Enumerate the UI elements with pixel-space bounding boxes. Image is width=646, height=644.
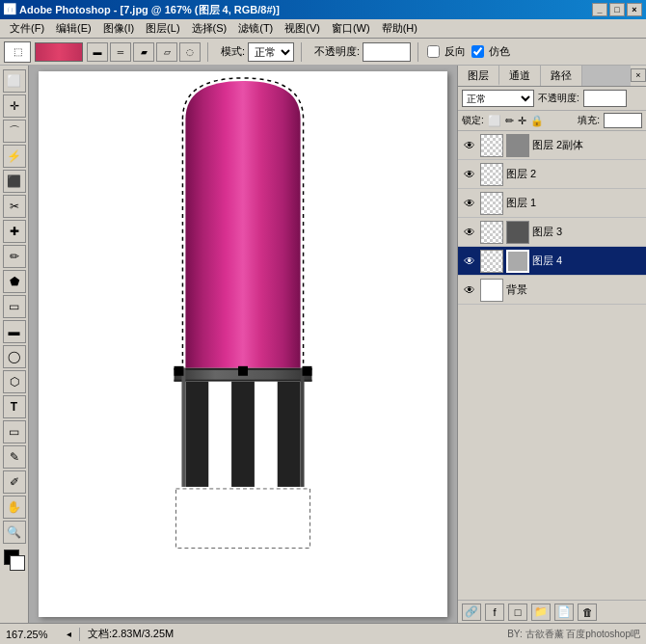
blend-mode-select[interactable]: 正常 xyxy=(462,90,534,107)
tool-marquee[interactable]: ⬜ xyxy=(3,69,26,93)
zoom-nav-left[interactable]: ◂ xyxy=(67,629,71,639)
layer-visibility-0[interactable]: 👁 xyxy=(462,138,477,153)
dither-label: 仿色 xyxy=(489,44,510,59)
layer-row-3[interactable]: 👁 图层 3 xyxy=(458,218,646,247)
layers-group-btn[interactable]: 📁 xyxy=(531,604,551,621)
layer-name-4: 图层 4 xyxy=(532,254,642,268)
divider-2 xyxy=(301,42,302,62)
layer-name-2: 图层 1 xyxy=(506,196,642,210)
layer-mask-thumb-0 xyxy=(506,134,529,157)
toolbar-shapes: ▬ ═ ▰ ▱ ◌ xyxy=(87,42,201,62)
tool-magic-wand[interactable]: ⚡ xyxy=(3,145,26,168)
tool-crop[interactable]: ⬛ xyxy=(3,170,26,193)
titlebar-title: Adobe Photoshop - [7.jpg @ 167% (图层 4, R… xyxy=(19,3,280,17)
layers-delete-btn[interactable]: 🗑 xyxy=(578,604,597,621)
layer-visibility-1[interactable]: 👁 xyxy=(462,167,477,182)
tool-gradient[interactable]: ▬ xyxy=(3,320,26,343)
layers-link-btn[interactable]: 🔗 xyxy=(462,604,481,621)
svg-rect-6 xyxy=(278,382,301,487)
minimize-button[interactable]: _ xyxy=(592,3,607,16)
fill-value-input[interactable]: 100% xyxy=(604,113,642,128)
maximize-button[interactable]: □ xyxy=(609,3,625,16)
tool-notes[interactable]: ✎ xyxy=(3,445,26,469)
layers-panel-close[interactable]: × xyxy=(631,68,646,82)
tool-text[interactable]: T xyxy=(3,395,26,418)
color-gradient-swatch[interactable] xyxy=(35,42,83,62)
dither-checkbox[interactable] xyxy=(471,45,484,58)
layers-style-btn[interactable]: f xyxy=(485,604,504,621)
close-button[interactable]: × xyxy=(627,3,642,16)
layer-visibility-4[interactable]: 👁 xyxy=(462,254,477,269)
menu-layer[interactable]: 图层(L) xyxy=(140,19,185,38)
menu-edit[interactable]: 编辑(E) xyxy=(50,19,97,38)
statusbar: 167.25% ◂ 文档:2.83M/3.25M BY: 古欲香薰 百度phot… xyxy=(0,623,646,644)
tool-lasso[interactable]: ⌒ xyxy=(3,120,26,143)
tool-brush[interactable]: ✏ xyxy=(3,245,26,268)
credit-text: BY: 古欲香薰 百度photoshop吧 xyxy=(507,628,640,641)
lock-paint-icon[interactable]: ✏ xyxy=(505,115,514,127)
layer-thumb-5 xyxy=(480,279,503,302)
layer-visibility-3[interactable]: 👁 xyxy=(462,225,477,240)
menu-view[interactable]: 视图(V) xyxy=(279,19,326,38)
lock-all-icon[interactable]: 🔒 xyxy=(530,115,544,127)
shape-btn-3[interactable]: ▰ xyxy=(133,42,154,62)
lipstick-drawing xyxy=(39,71,447,617)
mode-select[interactable]: 正常 xyxy=(248,42,294,62)
tool-eraser[interactable]: ▭ xyxy=(3,295,26,318)
menubar: 文件(F) 编辑(E) 图像(I) 图层(L) 选择(S) 滤镜(T) 视图(V… xyxy=(0,19,646,39)
layer-row-5[interactable]: 👁 背景 xyxy=(458,276,646,305)
lock-move-icon[interactable]: ✛ xyxy=(518,115,526,127)
layer-visibility-5[interactable]: 👁 xyxy=(462,282,477,298)
titlebar: 🅰 Adobe Photoshop - [7.jpg @ 167% (图层 4,… xyxy=(0,0,646,19)
layer-row-0[interactable]: 👁 图层 2副体 xyxy=(458,131,646,160)
opacity-input[interactable]: 100% xyxy=(363,42,411,62)
tool-hand[interactable]: ✋ xyxy=(3,496,26,519)
menu-help[interactable]: 帮助(H) xyxy=(376,19,423,38)
opacity-value-input[interactable]: 100% xyxy=(583,90,627,107)
layer-thumb-1 xyxy=(480,163,503,186)
layers-mask-btn[interactable]: □ xyxy=(508,604,527,621)
color-switcher[interactable] xyxy=(4,550,25,571)
reverse-checkbox[interactable] xyxy=(427,45,440,58)
tool-slice[interactable]: ✂ xyxy=(3,195,26,218)
svg-rect-4 xyxy=(185,382,208,487)
tool-stamp[interactable]: ⬟ xyxy=(3,270,26,293)
svg-rect-9 xyxy=(175,366,184,376)
menu-select[interactable]: 选择(S) xyxy=(186,19,233,38)
tool-move[interactable]: ✛ xyxy=(3,94,26,118)
titlebar-controls: _ □ × xyxy=(592,3,642,16)
tab-paths[interactable]: 路径 xyxy=(541,66,582,86)
tool-zoom[interactable]: 🔍 xyxy=(3,521,26,544)
tab-channels[interactable]: 通道 xyxy=(499,66,541,86)
menu-window[interactable]: 窗口(W) xyxy=(326,19,376,38)
tool-shape[interactable]: ▭ xyxy=(3,420,26,443)
lock-transparent-icon[interactable]: ⬜ xyxy=(488,115,501,127)
tool-heal[interactable]: ✚ xyxy=(3,220,26,243)
layer-row-1[interactable]: 👁 图层 2 xyxy=(458,160,646,189)
background-color[interactable] xyxy=(10,555,25,571)
tool-path[interactable]: ⬡ xyxy=(3,370,26,393)
layers-new-btn[interactable]: 📄 xyxy=(554,604,574,621)
tool-dodge[interactable]: ◯ xyxy=(3,345,26,368)
svg-rect-2 xyxy=(175,380,312,382)
tool-eyedropper[interactable]: ✐ xyxy=(3,470,26,494)
layer-row-4[interactable]: 👁 图层 4 xyxy=(458,247,646,276)
toolbar: ⬚ ▬ ═ ▰ ▱ ◌ 模式: 正常 不透明度: 100% 反向 仿色 xyxy=(0,39,646,66)
canvas-area[interactable] xyxy=(29,66,457,623)
tab-layers[interactable]: 图层 xyxy=(458,66,499,86)
doc-size: 文档:2.83M/3.25M xyxy=(88,627,174,641)
menu-image[interactable]: 图像(I) xyxy=(97,19,140,38)
menu-filter[interactable]: 滤镜(T) xyxy=(232,19,279,38)
lock-label: 锁定: xyxy=(462,114,484,127)
shape-btn-4[interactable]: ▱ xyxy=(156,42,177,62)
layer-name-5: 背景 xyxy=(506,282,642,297)
layer-row-2[interactable]: 👁 图层 1 xyxy=(458,189,646,218)
shape-btn-1[interactable]: ▬ xyxy=(87,42,108,62)
layer-visibility-2[interactable]: 👁 xyxy=(462,196,477,211)
menu-file[interactable]: 文件(F) xyxy=(4,19,50,38)
opacity-label: 不透明度: xyxy=(314,44,360,59)
svg-rect-7 xyxy=(181,368,185,487)
divider-1 xyxy=(207,42,208,62)
shape-btn-5[interactable]: ◌ xyxy=(179,42,201,62)
shape-btn-2[interactable]: ═ xyxy=(110,42,131,62)
